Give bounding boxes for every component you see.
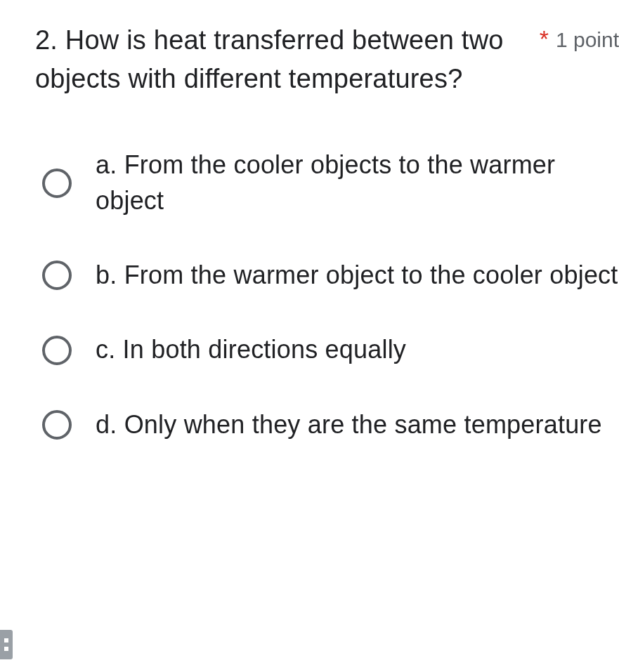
radio-icon[interactable] [42, 336, 72, 365]
option-label: d. Only when they are the same temperatu… [96, 407, 602, 442]
required-asterisk-icon: * [540, 25, 549, 53]
points-label: 1 point [556, 28, 619, 52]
radio-icon[interactable] [42, 410, 72, 440]
radio-icon[interactable] [42, 261, 72, 290]
option-label: b. From the warmer object to the cooler … [96, 258, 618, 293]
question-header: 2. How is heat transferred between two o… [35, 21, 619, 98]
options-list: a. From the cooler objects to the warmer… [35, 147, 619, 442]
question-text: 2. How is heat transferred between two o… [35, 21, 526, 98]
side-tab-icon[interactable] [0, 630, 13, 659]
option-label: a. From the cooler objects to the warmer… [96, 147, 619, 218]
option-b[interactable]: b. From the warmer object to the cooler … [42, 258, 619, 293]
option-d[interactable]: d. Only when they are the same temperatu… [42, 407, 619, 442]
radio-icon[interactable] [42, 169, 72, 198]
points-wrap: * 1 point [540, 21, 619, 53]
question-text-wrap: 2. How is heat transferred between two o… [35, 21, 540, 98]
option-a[interactable]: a. From the cooler objects to the warmer… [42, 147, 619, 218]
option-c[interactable]: c. In both directions equally [42, 332, 619, 367]
option-label: c. In both directions equally [96, 332, 406, 367]
